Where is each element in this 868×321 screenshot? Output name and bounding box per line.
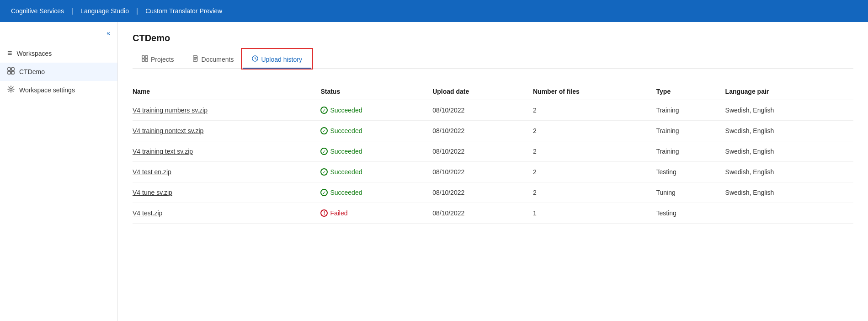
projects-icon — [142, 55, 148, 63]
tab-upload-history-label: Upload history — [261, 56, 302, 63]
tab-projects-label: Projects — [151, 56, 174, 63]
cell-upload-date: 08/10/2022 — [432, 141, 533, 162]
workspaces-icon: ≡ — [7, 48, 12, 58]
svg-rect-7 — [142, 59, 144, 61]
success-icon — [320, 189, 328, 196]
sidebar-item-label: Workspace settings — [19, 86, 75, 94]
failed-icon — [320, 209, 328, 217]
cell-num-files: 2 — [533, 182, 656, 203]
cell-name[interactable]: V4 training nontext sv.zip — [133, 121, 320, 141]
cell-type: Training — [656, 121, 725, 141]
status-text: Succeeded — [330, 148, 362, 155]
page-title: CTDemo — [133, 33, 853, 43]
cell-status: Succeeded — [320, 141, 432, 162]
status-text: Succeeded — [330, 127, 362, 134]
status-text: Failed — [330, 209, 347, 217]
cell-type: Testing — [656, 162, 725, 182]
cell-language-pair: Swedish, English — [725, 100, 853, 121]
workspace-settings-icon — [7, 86, 15, 95]
table-row: V4 training nontext sv.zipSucceeded08/10… — [133, 121, 853, 141]
sidebar-item-label: CTDemo — [19, 68, 45, 75]
col-language-pair: Language pair — [725, 83, 853, 100]
cell-upload-date: 08/10/2022 — [432, 182, 533, 203]
col-status: Status — [320, 83, 432, 100]
nav-sep-1: | — [66, 7, 79, 15]
success-icon — [320, 107, 328, 114]
cell-language-pair: Swedish, English — [725, 121, 853, 141]
svg-point-4 — [10, 88, 12, 91]
cell-status: Succeeded — [320, 121, 432, 141]
cell-upload-date: 08/10/2022 — [432, 100, 533, 121]
cell-name[interactable]: V4 test.zip — [133, 203, 320, 224]
cell-num-files: 1 — [533, 203, 656, 224]
table-row: V4 tune sv.zipSucceeded08/10/20222Tuning… — [133, 182, 853, 203]
svg-rect-2 — [8, 71, 11, 74]
col-name: Name — [133, 83, 320, 100]
cell-num-files: 2 — [533, 100, 656, 121]
tab-documents[interactable]: Documents — [183, 51, 243, 69]
sidebar-collapse-button[interactable]: « — [0, 26, 117, 44]
svg-rect-6 — [145, 56, 148, 58]
status-text: Succeeded — [330, 168, 362, 176]
tab-projects[interactable]: Projects — [133, 51, 183, 69]
cell-num-files: 2 — [533, 162, 656, 182]
table-row: V4 test.zipFailed08/10/20221Testing — [133, 203, 853, 224]
sidebar: « ≡ Workspaces CTDemo — [0, 22, 118, 321]
upload-history-table: Name Status Upload date Number of files … — [133, 83, 853, 224]
main-content: CTDemo Projects Documents — [118, 22, 868, 321]
tab-upload-history[interactable]: Upload history — [243, 51, 311, 69]
cell-upload-date: 08/10/2022 — [432, 162, 533, 182]
success-icon — [320, 127, 328, 134]
status-text: Succeeded — [330, 107, 362, 114]
top-nav: Cognitive Services | Language Studio | C… — [0, 0, 868, 22]
success-icon — [320, 168, 328, 176]
svg-rect-8 — [145, 59, 148, 61]
success-icon — [320, 148, 328, 155]
tabs-bar: Projects Documents Upload history — [133, 51, 853, 69]
cell-type: Tuning — [656, 182, 725, 203]
table-row: V4 training numbers sv.zipSucceeded08/10… — [133, 100, 853, 121]
tab-documents-label: Documents — [202, 56, 234, 63]
cell-num-files: 2 — [533, 121, 656, 141]
cell-num-files: 2 — [533, 141, 656, 162]
col-upload-date: Upload date — [432, 83, 533, 100]
cell-type: Testing — [656, 203, 725, 224]
svg-rect-5 — [142, 56, 144, 58]
cell-language-pair: Swedish, English — [725, 182, 853, 203]
cell-status: Succeeded — [320, 100, 432, 121]
sidebar-item-workspaces[interactable]: ≡ Workspaces — [0, 44, 117, 63]
svg-rect-0 — [8, 68, 11, 70]
cell-status: Succeeded — [320, 182, 432, 203]
app-layout: « ≡ Workspaces CTDemo — [0, 22, 868, 321]
table-row: V4 training text sv.zipSucceeded08/10/20… — [133, 141, 853, 162]
sidebar-item-label: Workspaces — [17, 50, 52, 57]
cell-language-pair — [725, 203, 853, 224]
cell-upload-date: 08/10/2022 — [432, 121, 533, 141]
cell-name[interactable]: V4 training numbers sv.zip — [133, 100, 320, 121]
cell-upload-date: 08/10/2022 — [432, 203, 533, 224]
cell-type: Training — [656, 141, 725, 162]
cell-name[interactable]: V4 test en.zip — [133, 162, 320, 182]
cell-language-pair: Swedish, English — [725, 141, 853, 162]
cell-status: Failed — [320, 203, 432, 224]
status-text: Succeeded — [330, 189, 362, 196]
nav-cognitive-services[interactable]: Cognitive Services — [9, 7, 66, 15]
cell-type: Training — [656, 100, 725, 121]
upload-history-icon — [252, 55, 258, 63]
nav-custom-translator[interactable]: Custom Translator Preview — [144, 7, 224, 15]
ctdemo-icon — [7, 67, 15, 76]
documents-icon — [192, 55, 199, 63]
nav-sep-2: | — [131, 7, 144, 15]
sidebar-item-workspace-settings[interactable]: Workspace settings — [0, 81, 117, 99]
svg-rect-3 — [11, 71, 14, 74]
sidebar-item-ctdemo[interactable]: CTDemo — [0, 63, 117, 81]
cell-language-pair: Swedish, English — [725, 162, 853, 182]
cell-status: Succeeded — [320, 162, 432, 182]
table-row: V4 test en.zipSucceeded08/10/20222Testin… — [133, 162, 853, 182]
svg-rect-1 — [11, 68, 14, 70]
col-num-files: Number of files — [533, 83, 656, 100]
nav-language-studio[interactable]: Language Studio — [79, 7, 131, 15]
cell-name[interactable]: V4 training text sv.zip — [133, 141, 320, 162]
cell-name[interactable]: V4 tune sv.zip — [133, 182, 320, 203]
collapse-icon: « — [107, 29, 110, 37]
